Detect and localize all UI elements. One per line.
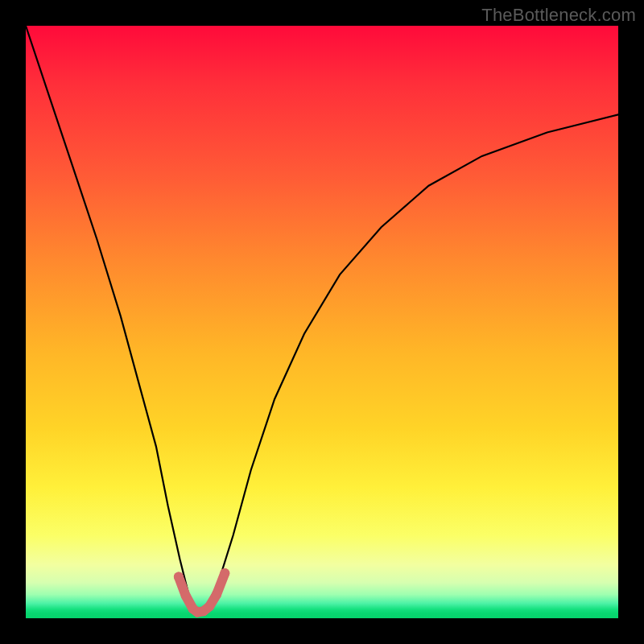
outer-frame: TheBottleneck.com <box>0 0 644 644</box>
watermark-text: TheBottleneck.com <box>481 5 636 26</box>
marker-dot <box>181 591 191 601</box>
bottleneck-curve <box>26 26 618 613</box>
marker-dot <box>174 572 184 582</box>
chart-svg <box>26 26 618 618</box>
marker-dot <box>212 590 221 600</box>
marker-dot <box>220 568 229 578</box>
marker-dot <box>204 601 214 611</box>
chart-plot-area <box>26 26 618 618</box>
